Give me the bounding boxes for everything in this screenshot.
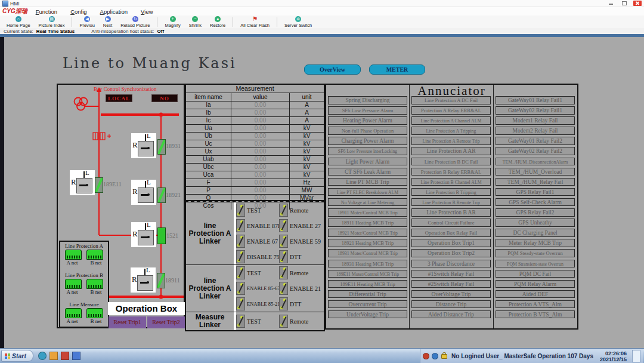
quick-launch-app-icon[interactable] [72,352,80,360]
knife-switch-icon[interactable] [279,282,288,295]
menu-application[interactable]: Application [100,8,128,15]
toolbar-home-page-button[interactable]: ⌂Home Page [7,16,30,28]
annunciator-tile-tem-hum-relay-fail: TEM_/HUM_Relay Fail [496,178,575,186]
toolbar-all-clear-flash-button[interactable]: ⚑All Clear Flash [240,16,270,28]
linker-switch-label: ENABLE 85-67N [247,285,284,291]
measurement-item-name: Ic [186,117,231,124]
knife-switch-icon[interactable] [236,297,245,310]
menu-config[interactable]: Config [70,8,86,15]
knife-switch-icon[interactable] [236,250,245,263]
button-reset-trip2[interactable]: Reset Trip2 [147,316,185,328]
anti-misoperation-value: Off [157,29,165,34]
network-section-line-measure: Line MeasureA netB net [60,302,108,330]
measurement-item-name: Uab [186,156,231,163]
toolbar-server-switch-button[interactable]: ⊜Server Switch [284,16,312,28]
toolbar-button-label: Shrink [189,23,202,28]
annunciator-column-1: Spring DischargingSF6 Low Pressure Alarm… [328,96,407,318]
toolbar-relaod-picture-button[interactable]: ↻Relaod Picture [120,16,150,28]
start-button[interactable]: Start [1,350,33,362]
meter-button[interactable]: METER [369,64,425,75]
network-port-icon [86,308,103,318]
menu-function[interactable]: Function [36,8,57,15]
switch-label-18921: 18921 [166,192,181,198]
toolbar-separator [233,17,233,27]
knife-switch-icon[interactable] [236,315,245,328]
no-indicator: NO [151,94,178,102]
toolbar-previou-button[interactable]: ◀Previou [79,16,94,28]
toolbar-separator [277,17,277,27]
annunciator-tile-tem-hum-overload: TEM_/HUM_Overload [496,168,575,176]
show-desktop-button[interactable] [632,350,640,362]
measurement-row: Ua0.00kV [186,125,324,133]
annunciator-tile-protection-a-relay-err-al: Protection A Relay ERR&AL [411,106,491,115]
annunciator-tile-sf6-low-pressure-interlocking: SF6 Low Pressure interLocking [328,147,407,155]
quick-launch-media-icon[interactable] [38,352,47,360]
annunciator-tile-meter-relay-mcb-trip: Meter Relay MCB Trip [496,239,575,247]
knife-switch-icon[interactable] [279,297,288,310]
knife-switch-icon[interactable] [279,266,288,279]
linker-row: ENABLE 85-67NENABLE 21 [236,281,324,296]
measurement-item-name: Uc [186,140,231,147]
linker-switch-remote: Remote [279,204,322,217]
all-clear-flash-icon: ⚑ [252,16,258,22]
knife-switch-icon[interactable] [236,235,245,248]
overview-button[interactable]: OverView [304,64,361,75]
switch-label-18911: 18911 [165,277,180,284]
toolbar-next-button[interactable]: ▶Next [103,16,112,28]
knife-switch-icon[interactable] [279,204,288,217]
toolbar-shrink-button[interactable]: −Shrink [189,16,202,28]
knife-switch-icon[interactable] [236,282,245,295]
knife-switch-icon[interactable] [236,219,245,232]
quick-launch-shield-icon[interactable] [61,352,69,360]
disconnector-18931[interactable] [157,139,166,155]
shrink-icon: − [192,16,198,22]
annunciator-tile-overcurrent-trip: Overcurrent Trip [328,300,407,309]
knife-switch-icon[interactable] [279,219,288,232]
annunciator-tile-ct-sf6-leak-alarm: CT SF6 Leak Alarm [328,168,407,176]
measurement-value: 0.00 [231,187,290,194]
minimize-icon[interactable] [607,1,615,6]
quick-launch-folder-icon[interactable] [49,352,58,360]
annunciator-tile-pqm-stransient-state-overrun: PQM Stransient-state Overrun [496,260,575,268]
linker-row: ENABLE 87LENABLE 27 [236,218,324,233]
annunciator-tile-18921-moter-control-mcb-trip: 18921 Moter/Control MCB Trip [328,229,407,237]
breaker-symbol-189e11[interactable]: L R [70,170,95,195]
measurement-row: Ux0.00kV [186,148,324,156]
toolbar-restore-button[interactable]: ●Restore [210,16,225,28]
linker-switch-remote: Remote [279,315,322,328]
maximize-icon[interactable] [620,1,628,6]
protection-network-box: Line Protection AA netB netLine Protecti… [59,241,109,328]
close-icon[interactable] [633,1,642,6]
disconnector-189e11[interactable] [95,177,103,193]
circuit-breaker-1521[interactable] [157,227,166,244]
annunciator-divider [409,85,410,328]
start-label: Start [12,352,26,359]
disconnector-18921[interactable] [157,187,166,203]
breaker-l-label: L [85,169,89,176]
toolbar-picture-index-button[interactable]: ▤Picture Index [39,16,65,28]
annunciator-tile-line-protection-a-tripping: Line Protection A Tripping [411,127,491,135]
knife-switch-icon[interactable] [279,250,288,263]
menu-view[interactable]: View [141,8,153,15]
breaker-symbol-18931[interactable]: L R [131,133,156,158]
knife-switch-icon[interactable] [236,204,245,217]
tray-network-icon[interactable] [432,353,438,359]
measurement-unit: A [290,109,324,116]
annunciator-tile-undervoltage-trip: UnderVoltage Trip [328,310,407,319]
knife-switch-icon[interactable] [279,235,288,248]
knife-switch-icon[interactable] [236,266,245,279]
measurement-row: Uca0.00kV [186,171,324,179]
breaker-state-icon [138,230,154,245]
button-reset-trip1[interactable]: Reset Trip1 [109,316,146,328]
knife-switch-icon[interactable] [279,315,288,328]
disconnector-18911[interactable] [157,273,165,288]
breaker-symbol-18921[interactable]: L R [131,180,156,205]
linker-switch-remote: Remote [279,266,322,279]
hmi-screen: HMI CYG深瑞 FunctionConfigApplicationView … [0,0,644,363]
measurement-row: Uab0.00kV [186,156,324,164]
tray-alarm-icon[interactable] [423,353,429,359]
breaker-symbol-18911[interactable]: L R [131,267,156,293]
toolbar-magnify-button[interactable]: +Magnify [165,16,180,28]
annunciator-column-2: Line Protection A DC FailProtection A Re… [411,96,491,318]
breaker-symbol-1521[interactable]: L R [131,222,156,247]
